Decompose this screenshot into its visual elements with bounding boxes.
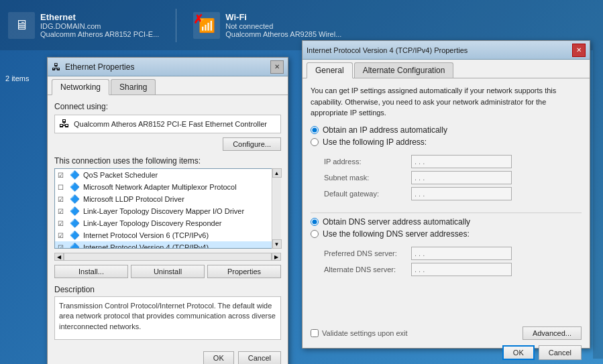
list-item[interactable]: ☑ 🔷 Link-Layer Topology Discovery Mapper… xyxy=(55,205,280,217)
ethernet-cancel-button[interactable]: Cancel xyxy=(238,351,281,364)
list-item[interactable]: ☑ 🔷 Internet Protocol Version 4 (TCP/IPv… xyxy=(55,241,280,249)
default-gateway-label: Default gateway: xyxy=(324,190,411,198)
tray-item-ethernet: 🖥 Ethernet IDG.DOMAIN.com Qualcomm Ather… xyxy=(8,12,159,39)
tcpip-info-text: You can get IP settings assigned automat… xyxy=(311,85,582,119)
ethernet-tray-adapter: Qualcomm Atheros AR8152 PCI-E... xyxy=(40,30,159,38)
radio-manual-dns-row[interactable]: Use the following DNS server addresses: xyxy=(311,229,582,239)
validate-checkbox[interactable] xyxy=(311,329,319,337)
scroll-track[interactable] xyxy=(273,178,281,239)
list-item[interactable]: ☑ 🔷 Internet Protocol Version 6 (TCP/IPv… xyxy=(55,229,280,241)
tcpip-bottom-row: Validate settings upon exit Advanced... xyxy=(311,321,582,340)
uninstall-button[interactable]: Uninstall xyxy=(131,265,205,278)
check-icon: ☑ xyxy=(58,196,67,203)
ethernet-title-text: Ethernet Properties xyxy=(65,62,270,72)
radio-auto-dns[interactable] xyxy=(311,218,319,226)
subnet-mask-input[interactable] xyxy=(411,171,512,184)
radio-auto-ip[interactable] xyxy=(311,126,319,134)
divider xyxy=(311,213,582,213)
items-count: 2 items xyxy=(5,74,29,82)
item-text: QoS Packet Scheduler xyxy=(83,171,158,179)
validate-label: Validate settings upon exit xyxy=(322,329,408,337)
ethernet-content: Connect using: 🖧 Qualcomm Atheros AR8152… xyxy=(48,95,288,347)
advanced-button[interactable]: Advanced... xyxy=(523,326,582,340)
tcpip-properties-window: Internet Protocol Version 4 (TCP/IPv4) P… xyxy=(302,40,590,349)
scroll-down-arrow[interactable]: ▼ xyxy=(272,239,282,249)
list-item[interactable]: ☑ 🔷 Microsoft LLDP Protocol Driver xyxy=(55,193,280,205)
scroll-right-arrow[interactable]: ▶ xyxy=(272,253,281,261)
tab-networking[interactable]: Networking xyxy=(52,79,109,95)
horiz-scroll-row: ◀ ▶ xyxy=(54,253,281,261)
preferred-dns-input[interactable] xyxy=(411,247,512,260)
tcpip-tab-bar: General Alternate Configuration xyxy=(303,60,590,78)
right-scrollbar[interactable] xyxy=(593,50,603,359)
list-item[interactable]: ☑ 🔷 QoS Packet Scheduler xyxy=(55,169,280,181)
configure-button[interactable]: Configure... xyxy=(223,137,281,151)
check-icon: ☑ xyxy=(58,208,67,215)
ethernet-tray-title: Ethernet xyxy=(40,12,159,22)
dns-radio-section: Obtain DNS server address automatically … xyxy=(311,217,582,241)
dns-fields-section: Preferred DNS server: Alternate DNS serv… xyxy=(324,247,582,279)
tray-separator xyxy=(176,9,176,42)
radio-auto-ip-row[interactable]: Obtain an IP address automatically xyxy=(311,125,582,135)
items-label: This connection uses the following items… xyxy=(54,156,281,166)
radio-manual-dns[interactable] xyxy=(311,230,319,238)
wifi-tray-title: Wi-Fi xyxy=(225,12,341,22)
item-icon: 🔷 xyxy=(70,170,80,180)
ethernet-title-icon: 🖧 xyxy=(52,62,61,72)
preferred-dns-row: Preferred DNS server: xyxy=(324,247,582,260)
checklist-container[interactable]: ☑ 🔷 QoS Packet Scheduler ☐ 🔷 Microsoft N… xyxy=(54,168,281,249)
tab-sharing[interactable]: Sharing xyxy=(111,79,156,95)
item-text: Link-Layer Topology Discovery Mapper I/O… xyxy=(83,207,244,215)
radio-manual-dns-label: Use the following DNS server addresses: xyxy=(323,229,470,239)
ip-fields-section: IP address: Subnet mask: Default gateway… xyxy=(324,155,582,203)
properties-button[interactable]: Properties xyxy=(207,265,281,278)
radio-manual-ip-label: Use the following IP address: xyxy=(323,137,427,147)
item-text: Internet Protocol Version 4 (TCP/IPv4) xyxy=(83,243,209,249)
tab-general[interactable]: General xyxy=(307,62,353,78)
scroll-up-arrow[interactable]: ▲ xyxy=(272,168,282,178)
alternate-dns-label: Alternate DNS server: xyxy=(324,265,411,274)
adapter-name-text: Qualcomm Atheros AR8152 PCI-E Fast Ether… xyxy=(74,120,276,128)
item-icon: 🔷 xyxy=(70,231,80,240)
wifi-tray-adapter: Qualcomm Atheros AR9285 Wirel... xyxy=(225,30,341,38)
tcpip-ok-cancel-row: OK Cancel xyxy=(311,345,582,360)
horiz-scroll-track[interactable] xyxy=(64,253,272,261)
radio-manual-ip-row[interactable]: Use the following IP address: xyxy=(311,137,582,147)
validate-row: Validate settings upon exit xyxy=(311,329,408,337)
item-icon: 🔷 xyxy=(70,206,80,216)
list-item[interactable]: ☑ 🔷 Link-Layer Topology Discovery Respon… xyxy=(55,217,280,229)
item-icon: 🔷 xyxy=(70,194,80,204)
item-icon: 🔷 xyxy=(70,243,80,249)
tcpip-ok-button[interactable]: OK xyxy=(502,345,535,360)
radio-manual-ip[interactable] xyxy=(311,138,319,146)
ethernet-ok-button[interactable]: OK xyxy=(203,351,234,364)
ip-address-input[interactable] xyxy=(411,155,512,168)
checklist-wrapper: ☑ 🔷 QoS Packet Scheduler ☐ 🔷 Microsoft N… xyxy=(54,168,281,249)
tcpip-cancel-button[interactable]: Cancel xyxy=(539,345,582,360)
check-icon: ☐ xyxy=(58,184,67,191)
alternate-dns-input[interactable] xyxy=(411,263,512,276)
check-icon: ☑ xyxy=(58,244,67,249)
ethernet-bottom-buttons: OK Cancel xyxy=(203,351,281,364)
item-text: Microsoft Network Adapter Multiplexor Pr… xyxy=(83,183,237,191)
scroll-left-arrow[interactable]: ◀ xyxy=(54,253,64,261)
adapter-row: 🖧 Qualcomm Atheros AR8152 PCI-E Fast Eth… xyxy=(54,115,281,133)
ethernet-tray-icon: 🖥 xyxy=(8,12,35,39)
wifi-tray-status: Not connected xyxy=(225,22,341,30)
ip-radio-section: Obtain an IP address automatically Use t… xyxy=(311,125,582,149)
tab-alternate-config[interactable]: Alternate Configuration xyxy=(354,62,454,78)
item-text: Internet Protocol Version 6 (TCP/IPv6) xyxy=(83,231,209,239)
tray-item-wifi: 📶 ✗ Wi-Fi Not connected Qualcomm Atheros… xyxy=(193,12,341,39)
radio-auto-dns-row[interactable]: Obtain DNS server address automatically xyxy=(311,217,582,227)
tcpip-close-button[interactable]: ✕ xyxy=(572,44,586,57)
ethernet-close-button[interactable]: ✕ xyxy=(270,60,284,74)
connect-using-label: Connect using: xyxy=(54,102,281,111)
default-gateway-input[interactable] xyxy=(411,187,512,200)
checklist-scrollbar[interactable]: ▲ ▼ xyxy=(272,168,281,249)
list-item[interactable]: ☐ 🔷 Microsoft Network Adapter Multiplexo… xyxy=(55,181,280,193)
install-uninstall-row: Install... Uninstall Properties xyxy=(54,265,281,278)
tcpip-content: You can get IP settings assigned automat… xyxy=(303,78,590,364)
item-icon: 🔷 xyxy=(70,219,80,228)
install-button[interactable]: Install... xyxy=(54,265,128,278)
radio-auto-dns-label: Obtain DNS server address automatically xyxy=(323,217,470,227)
